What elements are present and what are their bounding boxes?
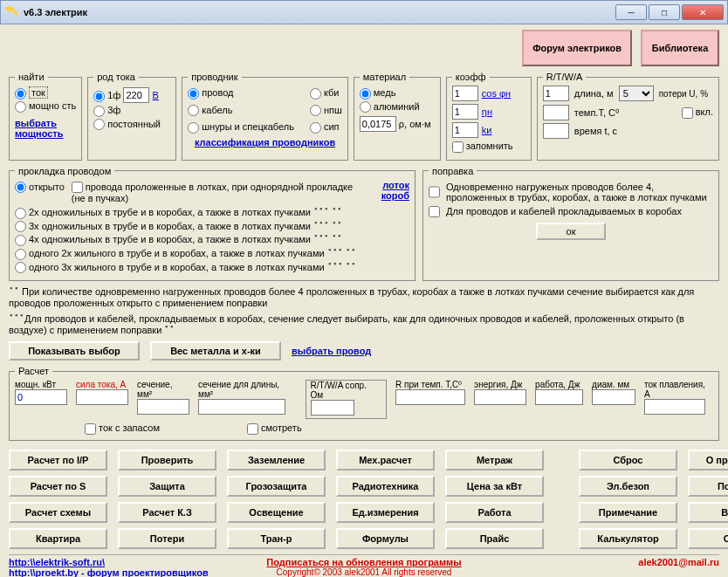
btn-units[interactable]: Ед.измерения	[336, 502, 435, 523]
btn-reset[interactable]: Сброс	[579, 450, 677, 471]
btn-protect[interactable]: Защита	[118, 476, 216, 497]
coeff-eta-input[interactable]	[452, 104, 478, 120]
btn-exit[interactable]: Выход	[688, 502, 728, 523]
close-button[interactable]: ✕	[682, 4, 724, 20]
wire-option[interactable]: провод	[188, 87, 294, 100]
classification-link[interactable]: классификация проводников	[188, 137, 342, 148]
aluminum-option[interactable]: алюминий	[360, 101, 435, 113]
show-selection-button[interactable]: Показывать выбор	[9, 341, 140, 361]
btn-radio[interactable]: Радиотехника	[336, 476, 435, 497]
cos-link[interactable]: cos φн	[482, 88, 511, 99]
length-input[interactable]	[543, 86, 569, 101]
btn-transformer[interactable]: Тран-р	[227, 528, 326, 549]
coeff-cos-input[interactable]	[452, 86, 478, 101]
tray-link[interactable]: лоток короб	[371, 180, 409, 206]
loss-select[interactable]: 5	[619, 86, 654, 101]
calc-rtwa-input[interactable]	[311, 400, 354, 416]
calc-work-input[interactable]	[535, 389, 583, 405]
remember-check[interactable]: запомнить	[452, 141, 525, 153]
btn-flat[interactable]: Квартира	[9, 528, 107, 549]
cords-option[interactable]: шнуры и спецкабель	[188, 121, 294, 134]
btn-note[interactable]: Примечание	[579, 502, 677, 523]
copper-option[interactable]: медь	[360, 87, 435, 100]
btn-lightning[interactable]: Грозозащита	[227, 476, 326, 497]
window-title: v6.3 электрик	[24, 7, 87, 17]
btn-work[interactable]: Работа	[445, 502, 544, 523]
laying-open-option[interactable]: открыто	[15, 182, 65, 204]
select-power-link[interactable]: выбрать мощность	[15, 118, 76, 139]
correction-c2[interactable]: Для проводов и кабелей прокладываемых в …	[429, 206, 713, 217]
phase3-option[interactable]: 3ф	[93, 105, 170, 117]
calc-current-input[interactable]	[76, 389, 128, 405]
footer-url2[interactable]: http:\\proekt.by - форум проектировщиков	[9, 567, 266, 577]
voltage-input[interactable]	[123, 87, 149, 103]
margin-check[interactable]: ток с запасом	[85, 422, 160, 435]
laying-o5[interactable]: одного 3х жильного в трубе и в коробах, …	[15, 262, 409, 274]
btn-lighting[interactable]: Освещение	[227, 502, 326, 523]
current-type-group: род тока 1ф В 3ф постоянный	[87, 72, 176, 161]
minimize-button[interactable]: ─	[615, 4, 647, 20]
select-wire-link[interactable]: выбрать провод	[292, 346, 371, 356]
laying-o2[interactable]: 3х одножильных в трубе и в коробах, а та…	[15, 221, 409, 233]
calc-section-input[interactable]	[137, 399, 189, 415]
phase1-option[interactable]: 1ф В	[93, 87, 170, 103]
find-legend: найти	[15, 72, 48, 82]
correction-ok-button[interactable]: ок	[536, 223, 606, 240]
rho-input[interactable]	[360, 116, 396, 132]
btn-losses[interactable]: Потери	[118, 528, 216, 549]
btn-schema[interactable]: Расчет схемы	[9, 502, 107, 523]
find-tok-option[interactable]: ток	[15, 87, 76, 100]
ki-link[interactable]: kи	[482, 125, 492, 135]
kbi-option[interactable]: кби	[310, 87, 342, 100]
calc-diam-input[interactable]	[592, 389, 635, 405]
calc-sectionlen-label: сечение для длины, мм²	[198, 380, 296, 399]
btn-shortcircuit[interactable]: Расчет К.З	[118, 502, 216, 523]
calc-melt-input[interactable]	[644, 399, 705, 415]
btn-about[interactable]: О программе	[688, 450, 728, 471]
dc-option[interactable]: постоянный	[93, 119, 170, 131]
coeff-ki-input[interactable]	[452, 122, 478, 138]
btn-ground[interactable]: Заземление	[227, 450, 326, 471]
calc-rtemp-input[interactable]	[395, 389, 465, 405]
btn-calc-ip[interactable]: Расчет по I/P	[9, 450, 107, 471]
btn-elsafe[interactable]: Эл.безоп	[579, 476, 677, 497]
footer-url1[interactable]: http:\\elektrik-soft.ru\	[9, 557, 266, 567]
forum-button[interactable]: Форум электриков	[522, 30, 632, 66]
laying-group: прокладка проводом открыто провода проло…	[9, 166, 416, 282]
cable-option[interactable]: кабель	[188, 105, 294, 117]
btn-price-kw[interactable]: Цена за кВт	[445, 476, 544, 497]
calc-energy-input[interactable]	[474, 389, 526, 405]
btn-report[interactable]: Отчет	[688, 528, 728, 549]
laying-o4[interactable]: одного 2х жильного в трубе и в коробах, …	[15, 248, 409, 260]
calc-sectionlen-input[interactable]	[198, 399, 285, 415]
volt-link[interactable]: В	[153, 90, 159, 100]
calc-melt-label: ток плавления, А	[644, 380, 713, 399]
laying-o1[interactable]: 2х одножильных в трубе и в коробах, а та…	[15, 207, 409, 219]
rho-label: ρ, ом·м	[399, 119, 431, 129]
eta-link[interactable]: ηн	[482, 106, 492, 117]
time-input[interactable]	[543, 123, 569, 139]
btn-mech[interactable]: Мех.расчет	[336, 450, 435, 471]
calc-power-input[interactable]	[15, 389, 67, 405]
correction-c1[interactable]: Одновременно нагруженых проводов более 4…	[429, 182, 713, 203]
npsh-option[interactable]: нпш	[310, 105, 342, 117]
footer-email[interactable]: alek2001@mail.ru	[462, 557, 719, 577]
btn-price[interactable]: Прайс	[445, 528, 544, 549]
sip-option[interactable]: сип	[310, 121, 342, 134]
laying-o3[interactable]: 4х одножильных в трубе и в коробах, а та…	[15, 234, 409, 246]
incl-check[interactable]: вкл.	[682, 106, 713, 119]
footer-subscribe[interactable]: Подписаться на обновления программы	[266, 557, 461, 567]
btn-calc-s[interactable]: Расчет по S	[9, 476, 107, 497]
btn-check[interactable]: Проверить	[118, 450, 216, 471]
metal-weight-button[interactable]: Вес металла и х-ки	[150, 341, 281, 361]
view-check[interactable]: смотреть	[247, 422, 302, 435]
temp-input[interactable]	[543, 105, 569, 120]
find-power-option[interactable]: мощно сть	[15, 101, 76, 113]
btn-help[interactable]: Помощь	[688, 476, 728, 497]
library-button[interactable]: Библиотека	[641, 30, 719, 66]
maximize-button[interactable]: □	[649, 4, 680, 20]
btn-formulas[interactable]: Формулы	[336, 528, 435, 549]
laying-open-note-check[interactable]: провода проложенные в лотках, при одноря…	[72, 182, 364, 204]
btn-calc[interactable]: Калькулятор	[579, 528, 677, 549]
btn-length[interactable]: Метраж	[445, 450, 544, 471]
